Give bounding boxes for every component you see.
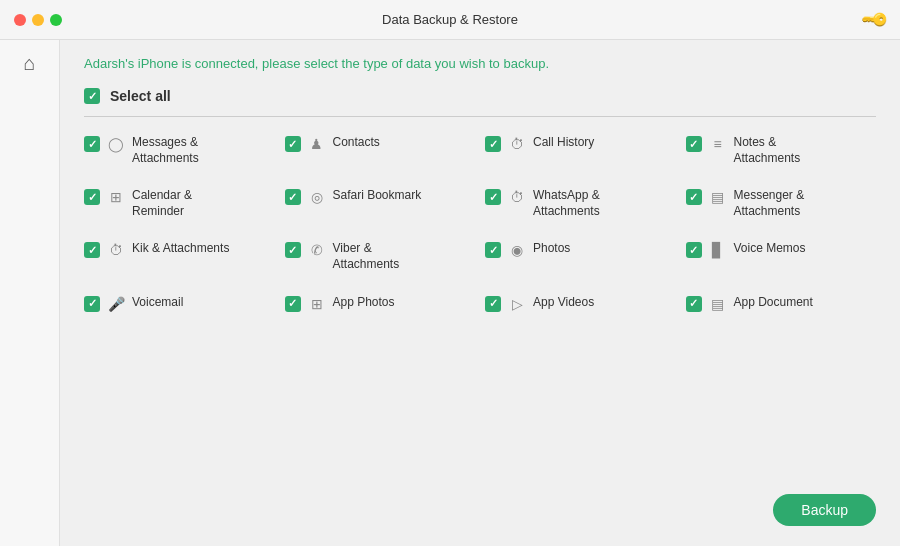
item-text: Messages &Attachments	[132, 135, 199, 166]
item-icon: ≡	[710, 136, 726, 152]
item-label: WhatsApp &	[533, 188, 600, 204]
sidebar: ⌂	[0, 40, 60, 546]
item-text: Contacts	[333, 135, 380, 151]
item-checkbox[interactable]	[84, 296, 100, 312]
item-checkbox[interactable]	[686, 242, 702, 258]
title-bar-right: 🔑	[864, 9, 886, 31]
backup-button-wrapper: Backup	[773, 494, 876, 526]
item-text: Voice Memos	[734, 241, 806, 257]
item-text: App Document	[734, 295, 813, 311]
minimize-button[interactable]	[32, 14, 44, 26]
item-checkbox[interactable]	[485, 136, 501, 152]
item-text: Safari Bookmark	[333, 188, 422, 204]
close-button[interactable]	[14, 14, 26, 26]
list-item: ⊞ App Photos	[285, 295, 476, 312]
list-item: ⏱ Call History	[485, 135, 676, 166]
list-item: ◎ Safari Bookmark	[285, 188, 476, 219]
item-text: Messenger &Attachments	[734, 188, 805, 219]
item-text: Notes &Attachments	[734, 135, 801, 166]
item-label: App Document	[734, 295, 813, 311]
item-label: Attachments	[734, 204, 805, 220]
item-label: Call History	[533, 135, 594, 151]
title-bar: Data Backup & Restore 🔑	[0, 0, 900, 40]
item-text: Viber &Attachments	[333, 241, 400, 272]
list-item: ◯ Messages &Attachments	[84, 135, 275, 166]
item-text: WhatsApp &Attachments	[533, 188, 600, 219]
item-text: Voicemail	[132, 295, 183, 311]
item-icon: ◯	[108, 136, 124, 152]
item-checkbox[interactable]	[485, 296, 501, 312]
item-label: Attachments	[734, 151, 801, 167]
item-label: Reminder	[132, 204, 192, 220]
item-icon: ⏱	[108, 242, 124, 258]
item-checkbox[interactable]	[686, 189, 702, 205]
item-checkbox[interactable]	[485, 242, 501, 258]
item-icon: ⏱	[509, 136, 525, 152]
item-checkbox[interactable]	[686, 136, 702, 152]
item-text: Call History	[533, 135, 594, 151]
maximize-button[interactable]	[50, 14, 62, 26]
item-checkbox[interactable]	[84, 136, 100, 152]
select-all-checkbox[interactable]	[84, 88, 100, 104]
item-icon: ◎	[309, 189, 325, 205]
list-item: ▤ App Document	[686, 295, 877, 312]
item-label: Voice Memos	[734, 241, 806, 257]
main-content: Adarsh's iPhone is connected, please sel…	[60, 40, 900, 546]
window-title: Data Backup & Restore	[382, 12, 518, 27]
item-icon: ▤	[710, 296, 726, 312]
item-label: Messenger &	[734, 188, 805, 204]
item-icon: 🎤	[108, 296, 124, 312]
item-checkbox[interactable]	[285, 189, 301, 205]
item-checkbox[interactable]	[84, 242, 100, 258]
item-text: Photos	[533, 241, 570, 257]
item-label: Viber &	[333, 241, 400, 257]
list-item: ♟ Contacts	[285, 135, 476, 166]
item-icon: ◉	[509, 242, 525, 258]
item-checkbox[interactable]	[285, 296, 301, 312]
list-item: ▊ Voice Memos	[686, 241, 877, 272]
item-checkbox[interactable]	[285, 136, 301, 152]
item-label: Notes &	[734, 135, 801, 151]
traffic-lights	[14, 14, 62, 26]
key-icon: 🔑	[859, 4, 890, 35]
item-label: App Photos	[333, 295, 395, 311]
item-label: Safari Bookmark	[333, 188, 422, 204]
item-checkbox[interactable]	[84, 189, 100, 205]
item-checkbox[interactable]	[686, 296, 702, 312]
item-label: Contacts	[333, 135, 380, 151]
item-text: Kik & Attachments	[132, 241, 229, 257]
item-icon: ▤	[710, 189, 726, 205]
item-label: Voicemail	[132, 295, 183, 311]
connected-message: Adarsh's iPhone is connected, please sel…	[84, 56, 876, 71]
item-label: Attachments	[333, 257, 400, 273]
list-item: ◉ Photos	[485, 241, 676, 272]
list-item: ≡ Notes &Attachments	[686, 135, 877, 166]
item-label: App Videos	[533, 295, 594, 311]
item-label: Attachments	[533, 204, 600, 220]
item-text: App Videos	[533, 295, 594, 311]
item-label: Messages &	[132, 135, 199, 151]
home-icon[interactable]: ⌂	[23, 52, 35, 75]
item-icon: ⊞	[309, 296, 325, 312]
item-checkbox[interactable]	[285, 242, 301, 258]
item-icon: ⏱	[509, 189, 525, 205]
select-all-label: Select all	[110, 88, 171, 104]
list-item: ▷ App Videos	[485, 295, 676, 312]
item-label: Photos	[533, 241, 570, 257]
backup-button[interactable]: Backup	[773, 494, 876, 526]
item-checkbox[interactable]	[485, 189, 501, 205]
list-item: ⏱ WhatsApp &Attachments	[485, 188, 676, 219]
item-icon: ✆	[309, 242, 325, 258]
list-item: ⊞ Calendar &Reminder	[84, 188, 275, 219]
item-label: Calendar &	[132, 188, 192, 204]
item-label: Kik & Attachments	[132, 241, 229, 257]
item-text: App Photos	[333, 295, 395, 311]
list-item: 🎤 Voicemail	[84, 295, 275, 312]
list-item: ✆ Viber &Attachments	[285, 241, 476, 272]
item-icon: ▷	[509, 296, 525, 312]
item-text: Calendar &Reminder	[132, 188, 192, 219]
item-icon: ⊞	[108, 189, 124, 205]
item-icon: ♟	[309, 136, 325, 152]
select-all-row: Select all	[84, 87, 876, 117]
item-label: Attachments	[132, 151, 199, 167]
